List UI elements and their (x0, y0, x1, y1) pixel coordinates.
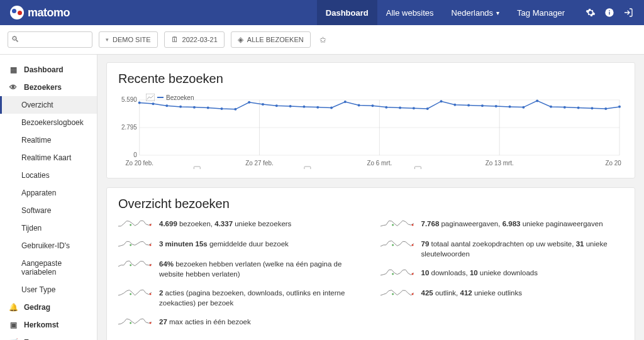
favorite-icon[interactable]: ✩ (319, 35, 326, 45)
svg-point-22 (165, 104, 168, 107)
visitors-icon: 👁 (9, 83, 18, 92)
nav-tag-manager[interactable]: Tag Manager (508, 0, 574, 25)
svg-point-66 (150, 293, 152, 295)
sidebar-visitors[interactable]: 👁Bezoekers (0, 79, 97, 96)
svg-point-23 (179, 106, 182, 108)
nav-all-websites[interactable]: Alle websites (377, 0, 443, 25)
svg-text:Zo 27 feb.: Zo 27 feb. (245, 160, 274, 167)
sidebar-ecommerce[interactable]: 🛒E-commerce (0, 334, 97, 340)
sidebar-item-log[interactable]: Bezoekerslogboek (0, 114, 97, 131)
sidebar-item-devices[interactable]: Apparaten (0, 184, 97, 202)
svg-point-69 (392, 224, 394, 226)
sidebar-dashboard[interactable]: ▦Dashboard (0, 61, 97, 79)
svg-rect-2 (609, 10, 609, 11)
svg-point-44 (467, 104, 470, 107)
svg-point-52 (577, 106, 580, 109)
control-bar: 🔍︎ ▾ DEMO SITE 🗓 2022-03-21 ◈ ALLE BEZOE… (0, 25, 644, 55)
top-nav-icons (585, 7, 634, 18)
svg-point-71 (392, 244, 394, 246)
date-selector[interactable]: 🗓 2022-03-21 (164, 31, 225, 48)
svg-point-24 (193, 106, 196, 109)
stat-text: 27 max acties in één bezoek (159, 317, 362, 327)
sidebar-item-times[interactable]: Tijden (0, 219, 97, 237)
chart-type-icon (146, 94, 155, 101)
svg-point-53 (591, 107, 593, 109)
logo-mark-icon (10, 6, 24, 19)
sidebar-item-overview[interactable]: Overzicht (0, 96, 97, 114)
logout-icon[interactable] (623, 7, 634, 18)
sidebar-item-realtime[interactable]: Realtime (0, 131, 97, 149)
svg-point-63 (130, 265, 131, 266)
svg-rect-1 (609, 12, 609, 15)
sidebar-acquisition[interactable]: ▣Herkomst (0, 316, 97, 334)
sidebar-item-user-type[interactable]: User Type (0, 281, 97, 299)
svg-point-74 (411, 273, 413, 275)
svg-point-41 (426, 107, 429, 110)
stat-row: 425 outlink, 412 unieke outlinks (380, 288, 624, 299)
sidebar-item-realtime-map[interactable]: Realtime Kaart (0, 149, 97, 167)
svg-point-54 (604, 107, 607, 110)
svg-point-60 (150, 224, 152, 226)
sidebar-item-custom-vars[interactable]: Aangepaste variabelen (0, 255, 97, 281)
svg-point-61 (130, 244, 131, 246)
logo[interactable]: matomo (10, 6, 70, 19)
nav-language[interactable]: Nederlands▾ (443, 0, 509, 25)
stat-text: 2 acties (pagina bezoeken, downloads, ou… (159, 288, 362, 308)
svg-point-76 (411, 293, 413, 295)
visits-chart[interactable]: Bezoeken 02.7955.590Zo 20 feb.Zo 27 feb.… (118, 94, 623, 169)
calendar-icon: 🗓 (171, 35, 179, 44)
svg-point-65 (130, 293, 131, 295)
svg-point-37 (371, 104, 374, 107)
svg-point-30 (275, 104, 278, 107)
svg-point-25 (207, 106, 209, 109)
svg-rect-56 (194, 167, 200, 169)
stat-text: 64% bezoeken hebben verlaten (welke na é… (159, 259, 362, 279)
box-icon: ▣ (9, 321, 18, 329)
svg-point-50 (550, 106, 552, 108)
svg-point-51 (564, 106, 566, 109)
overview-right-column: 7.768 paginaweergaven, 6.983 unieke pagi… (380, 219, 624, 337)
svg-point-48 (522, 106, 525, 109)
nav-dashboard[interactable]: Dashboard (317, 0, 377, 25)
overview-card: Overzicht bezoeken 4.699 bezoeken, 4.337… (106, 187, 635, 340)
svg-point-46 (495, 105, 497, 107)
svg-point-49 (536, 99, 538, 102)
legend-color-icon (157, 97, 164, 98)
stat-text: 10 downloads, 10 unieke downloads (421, 268, 624, 278)
svg-point-26 (221, 107, 223, 110)
svg-rect-58 (414, 167, 421, 169)
caret-down-icon: ▾ (496, 9, 499, 16)
brand-name: matomo (28, 6, 70, 19)
svg-text:0: 0 (133, 151, 137, 158)
recent-visits-title: Recente bezoeken (118, 72, 623, 86)
svg-point-28 (248, 101, 250, 104)
svg-point-20 (138, 102, 141, 104)
svg-point-29 (262, 103, 264, 106)
svg-point-34 (330, 106, 333, 109)
stat-row: 4.699 bezoeken, 4.337 unieke bezoekers (118, 219, 362, 230)
segment-icon: ◈ (238, 35, 243, 44)
stat-text: 7.768 paginaweergaven, 6.983 unieke pagi… (421, 219, 624, 229)
top-nav: Dashboard Alle websites Nederlands▾ Tag … (317, 0, 634, 25)
info-icon[interactable] (604, 7, 615, 18)
svg-point-62 (150, 244, 152, 246)
svg-text:Zo 6 mrt.: Zo 6 mrt. (367, 160, 392, 167)
grid-icon: ▦ (9, 65, 18, 74)
stat-row: 7.768 paginaweergaven, 6.983 unieke pagi… (380, 219, 624, 230)
sidebar-item-user-ids[interactable]: Gebruiker-ID's (0, 237, 97, 255)
gear-icon[interactable] (585, 7, 596, 18)
stat-text: 425 outlink, 412 unieke outlinks (421, 288, 624, 298)
stat-text: 3 minuten 15s gemiddelde duur bezoek (159, 239, 362, 249)
search-icon: 🔍︎ (11, 35, 19, 44)
svg-text:Zo 13 mrt.: Zo 13 mrt. (486, 160, 514, 167)
svg-point-75 (392, 293, 394, 295)
sidebar-item-software[interactable]: Software (0, 202, 97, 219)
site-selector[interactable]: ▾ DEMO SITE (99, 31, 158, 48)
sidebar-item-locations[interactable]: Locaties (0, 167, 97, 184)
segment-selector[interactable]: ◈ ALLE BEZOEKEN (231, 31, 311, 48)
search-input[interactable] (8, 31, 92, 48)
svg-text:5.590: 5.590 (121, 96, 137, 103)
content-area: Recente bezoeken Bezoeken 02.7955.590Zo … (97, 55, 644, 340)
svg-point-70 (411, 224, 413, 226)
sidebar-behavior[interactable]: 🔔Gedrag (0, 299, 97, 316)
